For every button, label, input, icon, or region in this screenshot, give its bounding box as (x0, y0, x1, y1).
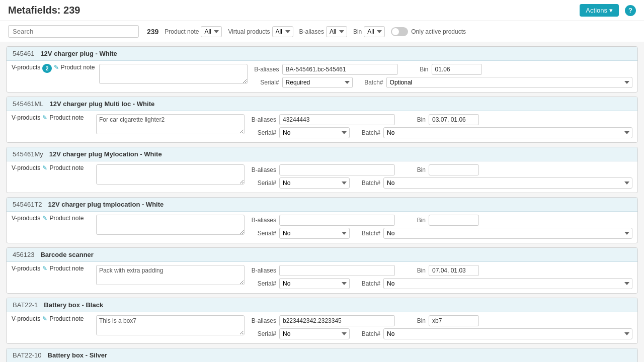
only-active-toggle-group: Only active products (391, 27, 466, 36)
serial-batch-row: Serial# NoRequiredOptional Batch# NoRequ… (249, 228, 632, 239)
product-name: 12V charger plug Mylocation - White (49, 150, 162, 158)
serial-batch-row: Serial# NoRequiredOptional Batch# NoRequ… (249, 177, 632, 189)
edit-icon[interactable]: ✎ (42, 265, 47, 272)
bin-input[interactable] (429, 215, 479, 226)
serial-select[interactable]: NoRequiredOptional (279, 177, 350, 189)
batch-select[interactable]: NoRequiredOptional (383, 328, 632, 339)
product-note-label: Product note (49, 114, 84, 121)
product-id: 545461My (13, 150, 43, 158)
note-textarea[interactable]: This is a box7 (96, 315, 245, 335)
b-aliases-input[interactable] (279, 164, 395, 175)
batch-select[interactable]: NoRequiredOptional (386, 77, 632, 88)
b-aliases-select[interactable]: All (326, 26, 347, 37)
product-note-select[interactable]: All (201, 26, 222, 37)
left-col: V-products✎Product note (12, 114, 92, 121)
serial-select[interactable]: NoRequiredOptional (282, 77, 353, 88)
serial-select[interactable]: NoRequiredOptional (279, 127, 350, 138)
serial-label: Serial# (249, 129, 276, 136)
product-group: 456123Barcode scannerV-products✎Product … (6, 247, 638, 294)
b-aliases-input[interactable] (279, 265, 395, 276)
batch-select[interactable]: NoRequiredOptional (383, 278, 632, 289)
serial-select[interactable]: NoRequiredOptional (279, 278, 350, 289)
bin-select[interactable]: All (364, 26, 385, 37)
batch-label: Batch# (353, 280, 380, 287)
edit-icon[interactable]: ✎ (42, 215, 47, 222)
right-col: B-aliases Bin Serial# NoRequiredOptional… (252, 64, 632, 88)
edit-icon[interactable]: ✎ (42, 164, 47, 171)
serial-label: Serial# (249, 230, 276, 237)
product-body: V-products2✎Product note B-aliases Bin S… (7, 61, 637, 92)
batch-label: Batch# (353, 330, 380, 337)
product-header: 545461ML12V charger plug Multi loc - Whi… (7, 97, 637, 111)
bin-label: Bin (398, 166, 426, 173)
product-group: 545461T212V charger plug tmplocation - W… (6, 197, 638, 243)
v-products-label: V-products (12, 315, 40, 322)
top-bar: Metafields: 239 Actions ▾ ? (0, 0, 644, 21)
serial-select[interactable]: NoRequiredOptional (279, 328, 350, 339)
b-aliases-input[interactable] (279, 114, 395, 125)
serial-label: Serial# (249, 280, 276, 287)
bin-label: Bin (398, 267, 426, 274)
edit-icon[interactable]: ✎ (42, 315, 47, 322)
help-icon[interactable]: ? (625, 5, 636, 16)
edit-icon[interactable]: ✎ (42, 114, 47, 121)
b-aliases-input[interactable] (279, 215, 395, 226)
bin-filter: Bin All (353, 26, 385, 37)
bin-input[interactable] (429, 164, 479, 175)
bin-input[interactable] (429, 114, 479, 125)
only-active-toggle[interactable] (391, 27, 408, 36)
note-textarea[interactable]: For car cigarette lighter2 (96, 114, 245, 134)
product-name: Battery box - Silver (48, 351, 108, 359)
bin-input[interactable] (429, 315, 479, 326)
product-group: BAT22-1Battery box - BlackV-products✎Pro… (6, 298, 638, 344)
filters-bar: 239 Product note All Virtual products Al… (0, 21, 644, 42)
search-input[interactable] (8, 25, 139, 38)
product-name: 12V charger plug Multi loc - White (49, 100, 154, 108)
product-row: V-products✎Product noteThis is a box7 B-… (12, 315, 632, 339)
product-id: 456123 (13, 251, 34, 258)
serial-batch-row: Serial# NoRequiredOptional Batch# NoRequ… (249, 278, 632, 289)
b-aliases-bin-row: B-aliases Bin (252, 64, 632, 75)
b-aliases-bin-row: B-aliases Bin (249, 215, 632, 226)
product-note-label: Product note (61, 64, 95, 71)
actions-button[interactable]: Actions ▾ (580, 4, 619, 17)
bin-label: Bin (398, 317, 426, 324)
v-products-label: V-products (12, 265, 40, 272)
bin-label: Bin (353, 28, 362, 35)
b-aliases-filter: B-aliases All (299, 26, 347, 37)
b-aliases-label: B-aliases (249, 217, 276, 224)
note-textarea[interactable]: Pack with extra padding (96, 265, 245, 285)
left-col: V-products2✎Product note (12, 64, 95, 73)
v-products-badge: 2 (42, 64, 51, 73)
product-header: 456123Barcode scanner (7, 248, 637, 262)
batch-select[interactable]: NoRequiredOptional (383, 228, 632, 239)
product-note-label: Product note (165, 28, 199, 35)
product-id: BAT22-1 (13, 301, 38, 309)
batch-label: Batch# (356, 79, 383, 86)
serial-select[interactable]: NoRequiredOptional (279, 228, 350, 239)
batch-select[interactable]: NoRequiredOptional (383, 127, 632, 138)
right-col: B-aliases Bin Serial# NoRequiredOptional… (249, 164, 632, 189)
note-textarea[interactable] (96, 164, 245, 185)
batch-label: Batch# (353, 179, 380, 187)
bin-input[interactable] (432, 64, 482, 75)
b-aliases-bin-row: B-aliases Bin (249, 164, 632, 175)
product-note-label: Product note (49, 164, 84, 171)
b-aliases-label: B-aliases (299, 28, 324, 35)
left-col: V-products✎Product note (12, 164, 92, 171)
batch-select[interactable]: NoRequiredOptional (383, 177, 632, 189)
note-textarea[interactable] (96, 215, 245, 235)
serial-label: Serial# (249, 179, 276, 187)
product-note-label: Product note (49, 315, 84, 322)
edit-icon[interactable]: ✎ (54, 64, 59, 71)
bin-input[interactable] (429, 265, 479, 276)
virtual-products-select[interactable]: All (272, 26, 293, 37)
b-aliases-label: B-aliases (249, 166, 276, 173)
b-aliases-input[interactable] (282, 64, 398, 75)
serial-batch-row: Serial# NoRequiredOptional Batch# NoRequ… (249, 328, 632, 339)
serial-batch-row: Serial# NoRequiredOptional Batch# NoRequ… (252, 77, 632, 88)
b-aliases-input[interactable] (279, 315, 395, 326)
right-col: B-aliases Bin Serial# NoRequiredOptional… (249, 114, 632, 138)
product-header: BAT22-10Battery box - Silver (7, 348, 637, 362)
note-textarea[interactable] (99, 64, 248, 84)
